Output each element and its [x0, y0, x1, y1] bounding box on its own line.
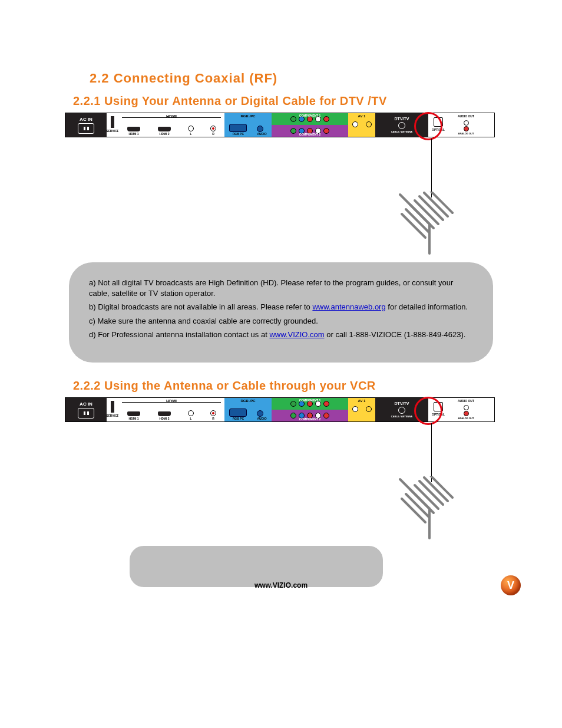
service-label: SERVICE — [106, 129, 119, 133]
hdmi-audio-l: L — [184, 126, 197, 136]
vga-port-icon — [229, 124, 247, 132]
rear-panel-diagram-1: AC IN SERVICE HDMI HDMI 1 HDMI 2 L R RGB… — [65, 113, 495, 137]
hdmi-audio-r: R — [207, 126, 220, 136]
hdmi-section: HDMI HDMI 1 HDMI 2 L R — [118, 398, 224, 421]
footer-url: www.VIZIO.com — [0, 581, 562, 589]
coax-port-icon — [398, 407, 405, 414]
antenna-icon — [397, 192, 462, 256]
ac-in-label: AC IN — [80, 117, 92, 122]
component1-label: COMPONENT 1 — [272, 114, 348, 117]
av1-label: AV 1 — [348, 114, 375, 118]
cable-antenna-label: CABLE / ANTENNA — [391, 130, 413, 133]
dtv-tv-section: DTV/TV CABLE / ANTENNA — [375, 398, 428, 421]
optical-section: OPTICAL — [428, 113, 448, 137]
hdmi1-port: HDMI 1 — [123, 127, 144, 136]
subsection-2-heading: 2.2.2 Using the Antenna or Cable through… — [73, 379, 497, 393]
vizio-logo-icon: V — [501, 575, 521, 595]
ac-in-port: AC IN — [65, 398, 107, 421]
service-port: SERVICE — [107, 398, 118, 421]
vizio-link[interactable]: www.VIZIO.com — [269, 330, 324, 339]
note-line-a: a) Not all digital TV broadcasts are Hig… — [89, 278, 473, 298]
optical-label: OPTICAL — [432, 128, 445, 131]
coax-port-icon — [398, 122, 405, 129]
av1-section: AV 1 — [348, 113, 375, 137]
antenna-connection-2 — [65, 423, 497, 541]
component-section: COMPONENT 1 COMPONENT 2 — [272, 398, 348, 421]
service-slot-icon — [111, 401, 114, 413]
ac-in-port: AC IN — [65, 113, 107, 137]
hdmi2-port: HDMI 2 — [154, 127, 175, 136]
component-section: COMPONENT 1 COMPONENT 2 — [272, 113, 348, 137]
note-line-c: c) Make sure the antenna and coaxial cab… — [89, 316, 473, 327]
section-heading: 2.2 Connecting Coaxial (RF) — [90, 71, 497, 86]
optical-section: OPTICAL — [428, 398, 448, 421]
rgb-label: RGB /PC — [224, 114, 272, 118]
rgb-pc-section: RGB /PC RGB PC AUDIO — [224, 398, 272, 421]
service-port: SERVICE — [107, 113, 118, 137]
antenna-icon — [397, 476, 462, 541]
antenna-connection-1 — [65, 139, 497, 256]
audio-out-section: AUDIO OUT ANALOG OUT — [448, 113, 484, 137]
ac-plug-icon — [78, 123, 94, 134]
rgb-pc-section: RGB /PC RGB PC AUDIO — [224, 113, 272, 137]
component2-label: COMPONENT 2 — [272, 133, 348, 136]
subsection-1-heading: 2.2.1 Using Your Antenna or Digital Cabl… — [73, 94, 497, 108]
ac-plug-icon — [78, 408, 94, 419]
audio-out-section: AUDIO OUT ANALOG OUT — [448, 398, 484, 421]
note-line-d: d) For Professional antenna installation… — [89, 330, 473, 340]
note-box: a) Not all digital TV broadcasts are Hig… — [69, 262, 493, 363]
audio-jack-icon — [257, 126, 263, 132]
rear-panel-diagram-2: AC IN SERVICE HDMI HDMI 1 HDMI 2 L R RGB… — [65, 397, 495, 422]
dtv-tv-section: DTV/TV CABLE / ANTENNA — [375, 113, 428, 137]
hdmi-section: HDMI HDMI 1 HDMI 2 L R — [118, 113, 224, 137]
dtv-tv-label: DTV/TV — [395, 117, 409, 121]
audio-out-label: AUDIO OUT — [448, 114, 484, 118]
av1-section: AV 1 — [348, 398, 375, 421]
service-slot-icon — [111, 116, 114, 128]
antennaweb-link[interactable]: www.antennaweb.org — [312, 302, 385, 311]
note-line-b: b) Digital broadcasts are not available … — [89, 302, 473, 312]
optical-port-icon — [434, 117, 443, 127]
